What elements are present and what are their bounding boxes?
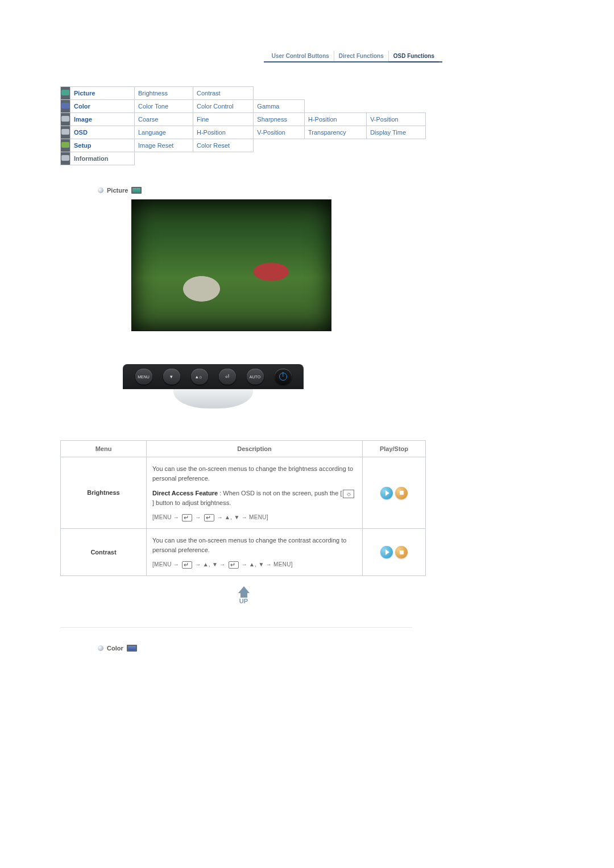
brightness-button-icon: ☼ (343, 490, 354, 498)
stop-icon (400, 550, 404, 554)
panel-menu-button[interactable]: MENU (135, 369, 152, 385)
nav-language[interactable]: Language (135, 126, 193, 139)
color-osd-icon (127, 645, 137, 652)
play-icon (385, 549, 389, 555)
nav-image-reset[interactable]: Image Reset (135, 139, 193, 152)
nav-osd-h-position[interactable]: H-Position (193, 126, 254, 139)
osd-icon (61, 126, 70, 139)
nav-color-reset[interactable]: Color Reset (193, 139, 254, 152)
section-divider (60, 627, 412, 628)
nav-setup[interactable]: Setup (70, 139, 135, 152)
picture-info-table: Menu Description Play/Stop Brightness Yo… (60, 440, 426, 576)
nav-sharpness[interactable]: Sharpness (254, 113, 305, 126)
nav-color-tone[interactable]: Color Tone (135, 100, 193, 113)
picture-icon (61, 87, 70, 100)
information-icon (61, 152, 70, 165)
brightness-sequence: [MENU → → → ▲, ▼ → MENU] (152, 513, 356, 521)
panel-auto-button[interactable]: AUTO (247, 369, 264, 385)
nav-gamma[interactable]: Gamma (254, 100, 305, 113)
tab-direct-functions[interactable]: Direct Functions (334, 51, 389, 61)
nav-contrast[interactable]: Contrast (193, 87, 254, 100)
section-tabs: User Control Buttons Direct Functions OS… (264, 49, 442, 62)
enter-icon (182, 561, 192, 569)
section-picture-title: Picture (98, 187, 427, 194)
section-color-label: Color (107, 645, 123, 652)
row-contrast-menu: Contrast (61, 529, 147, 576)
contrast-sequence: [MENU → → ▲, ▼ → → ▲, ▼ → MENU] (152, 560, 356, 569)
th-description: Description (147, 441, 363, 457)
nav-osd-v-position[interactable]: V-Position (254, 126, 305, 139)
up-arrow-icon (238, 586, 250, 593)
enter-icon (182, 514, 192, 521)
up-label: UP (239, 598, 248, 604)
nav-transparency[interactable]: Transparency (305, 126, 367, 139)
brightness-stop-button[interactable] (395, 487, 408, 499)
sample-display-image (131, 199, 331, 331)
nav-v-position[interactable]: V-Position (367, 113, 426, 126)
nav-color-control[interactable]: Color Control (193, 100, 254, 113)
bullet-icon (98, 645, 103, 651)
brightness-play-button[interactable] (380, 487, 393, 499)
nav-fine[interactable]: Fine (193, 113, 254, 126)
panel-down-button[interactable]: ▾ (163, 369, 180, 385)
nav-osd[interactable]: OSD (70, 126, 135, 139)
image-icon (61, 113, 70, 126)
enter-icon (204, 514, 214, 521)
back-to-top-link[interactable]: UP (230, 586, 258, 604)
monitor-button-panel: MENU ▾ ▴☼ ⏎ AUTO (123, 364, 304, 408)
nav-brightness[interactable]: Brightness (135, 87, 193, 100)
picture-osd-icon (131, 187, 142, 194)
bullet-icon (98, 187, 103, 193)
section-picture-label: Picture (107, 187, 128, 194)
color-icon (61, 100, 70, 113)
contrast-stop-button[interactable] (395, 546, 408, 558)
contrast-play-button[interactable] (380, 546, 393, 558)
nav-image[interactable]: Image (70, 113, 135, 126)
th-menu: Menu (61, 441, 147, 457)
row-brightness-menu: Brightness (61, 457, 147, 529)
nav-information[interactable]: Information (70, 152, 135, 165)
panel-up-button[interactable]: ▴☼ (191, 369, 208, 385)
tab-user-control-buttons[interactable]: User Control Buttons (267, 51, 334, 61)
tab-osd-functions[interactable]: OSD Functions (389, 51, 439, 62)
setup-icon (61, 139, 70, 152)
stop-icon (400, 491, 404, 495)
section-color-title: Color (98, 645, 427, 652)
enter-icon (229, 561, 239, 569)
nav-display-time[interactable]: Display Time (367, 126, 426, 139)
power-icon (279, 373, 287, 381)
panel-enter-button[interactable]: ⏎ (219, 369, 236, 385)
th-play-stop: Play/Stop (363, 441, 426, 457)
osd-nav-table: Picture Brightness Contrast Color Color … (60, 86, 426, 165)
nav-h-position[interactable]: H-Position (305, 113, 367, 126)
nav-picture[interactable]: Picture (70, 87, 135, 100)
play-icon (385, 490, 389, 496)
row-brightness-desc: You can use the on-screen menus to chang… (147, 457, 363, 529)
panel-power-button[interactable] (275, 369, 292, 385)
row-contrast-desc: You can use the on-screen menus to chang… (147, 529, 363, 576)
nav-coarse[interactable]: Coarse (135, 113, 193, 126)
nav-color[interactable]: Color (70, 100, 135, 113)
